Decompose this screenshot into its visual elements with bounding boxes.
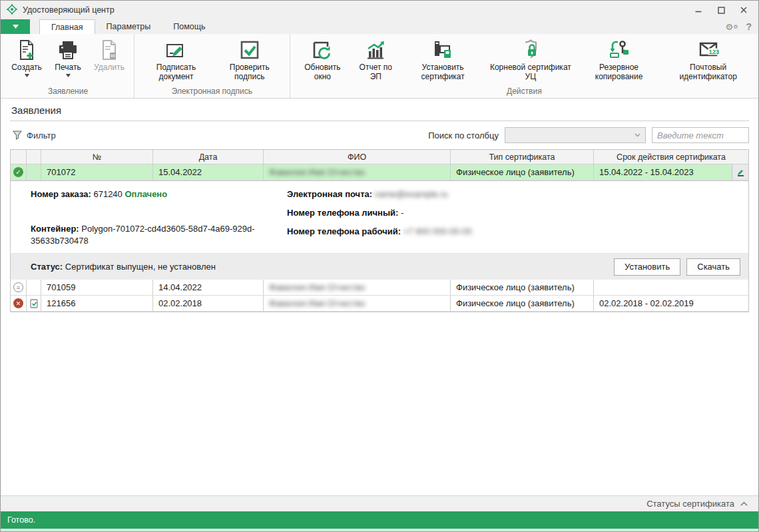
email-value: name@example.ru <box>375 189 448 199</box>
printer-icon <box>57 39 79 61</box>
row-cert-type: Физическое лицо (заявитель) <box>451 296 594 312</box>
status-line: Статус: Сертификат выпущен, не установле… <box>31 262 216 272</box>
dropdown-arrow-icon <box>25 74 29 77</box>
install-certificate-icon <box>432 39 453 61</box>
table-header-row: № Дата ФИО Тип сертификата Срок действия… <box>11 150 748 164</box>
search-column-select[interactable] <box>505 127 646 143</box>
header-cert-validity[interactable]: Срок действия сертификата <box>594 150 748 164</box>
header-status-icon-col[interactable] <box>11 150 27 164</box>
row-fio: Фамилия Имя Отчество <box>264 296 451 312</box>
tab-parametry[interactable]: Параметры <box>95 19 162 34</box>
settings-gears-icon[interactable]: ⚙⚙ <box>726 23 738 31</box>
document-delete-icon <box>99 39 120 61</box>
dropdown-arrow-icon <box>66 74 71 77</box>
ribbon-tab-bar: Главная Параметры Помощь ⚙⚙ ? <box>1 19 758 34</box>
header-number[interactable]: № <box>41 150 153 164</box>
delete-button[interactable]: Удалить <box>90 37 128 73</box>
maximize-icon <box>718 7 725 14</box>
sign-document-button[interactable]: Подписать документ <box>140 37 212 82</box>
minimize-icon <box>695 7 702 13</box>
table-row-121656[interactable]: ✕ 121656 02.02.2018 Фамилия Имя Отчество… <box>11 296 748 312</box>
details-right-column: Электронная почта: name@example.ru Номер… <box>274 188 742 253</box>
row-doc-cell <box>27 280 41 296</box>
row-date: 02.02.2018 <box>153 296 264 312</box>
row-cert-validity: 02.02.2018 - 02.02.2019 <box>594 296 748 312</box>
refresh-window-button[interactable]: Обновить окно <box>296 37 350 82</box>
document-add-icon <box>16 39 37 61</box>
certificate-statuses-panel-header[interactable]: Статусы сертификата <box>1 495 758 511</box>
help-icon[interactable]: ? <box>746 21 752 32</box>
chevron-down-icon <box>13 25 19 29</box>
order-number-label: Номер заказа: <box>31 189 91 199</box>
pencil-icon <box>736 168 745 176</box>
applications-table: № Дата ФИО Тип сертификата Срок действия… <box>10 149 749 181</box>
close-icon <box>740 7 747 13</box>
search-input[interactable] <box>652 127 749 143</box>
ribbon-group-label: Электронная подпись <box>140 85 284 97</box>
filter-label: Фильтр <box>27 131 56 140</box>
verify-signature-icon <box>239 39 260 61</box>
status-label: Статус: <box>31 262 63 272</box>
backup-button[interactable]: Резервное копирование <box>577 37 660 82</box>
app-window: Удостоверяющий центр Главная Параметры П… <box>0 0 759 532</box>
root-certificate-button[interactable]: Корневой сертификат УЦ <box>487 37 575 82</box>
maximize-button[interactable] <box>710 3 732 17</box>
row-cert-type: Физическое лицо (заявитель) <box>451 164 594 180</box>
order-number-value: 671240 <box>93 189 122 199</box>
app-icon <box>7 4 17 17</box>
header-cert-type[interactable]: Тип сертификата <box>451 150 594 164</box>
phone-personal-value: - <box>401 208 403 218</box>
ribbon-group-deystviya: Обновить окно Отчет по ЭП <box>290 34 758 98</box>
row-date: 15.04.2022 <box>153 164 264 180</box>
error-circle-icon: ✕ <box>13 298 23 308</box>
install-button[interactable]: Установить <box>614 258 680 276</box>
report-ep-button[interactable]: Отчет по ЭП <box>352 37 399 82</box>
row-cert-validity <box>594 280 748 296</box>
print-button[interactable]: Печать <box>49 37 87 78</box>
phone-work-label: Номер телефона рабочий: <box>287 226 401 236</box>
table-row-701072[interactable]: ✓ 701072 15.04.2022 Фамилия Имя Отчество… <box>11 164 748 180</box>
install-certificate-button[interactable]: Установить сертификат <box>401 37 483 82</box>
close-button[interactable] <box>733 3 754 17</box>
minimize-button[interactable] <box>688 3 709 17</box>
email-label: Электронная почта: <box>287 189 372 199</box>
check-circle-icon: ✓ <box>13 167 23 177</box>
table-row-701059[interactable]: ≡ 701059 14.04.2022 Фамилия Имя Отчество… <box>11 280 748 296</box>
verify-signature-button[interactable]: Проверить подпись <box>215 37 284 82</box>
row-number: 121656 <box>41 296 153 312</box>
row-cert-validity: 15.04.2022 - 15.04.2023 <box>594 164 748 180</box>
row-fio: Фамилия Имя Отчество <box>264 164 451 180</box>
certificate-statuses-label: Статусы сертификата <box>646 499 734 509</box>
email-line: Электронная почта: name@example.ru <box>287 188 742 200</box>
mail-identifier-button[interactable]: 123 Почтовый идентификатор <box>663 37 753 82</box>
phone-work-value: +7 900 000-00-00 <box>403 226 472 236</box>
row-doc-cell <box>27 164 41 180</box>
content-area: Заявления Фильтр Поиск по столбцу № <box>1 99 758 495</box>
header-doc-icon-col[interactable] <box>27 150 41 164</box>
header-date[interactable]: Дата <box>153 150 264 164</box>
document-check-icon <box>30 299 38 308</box>
filter-button[interactable]: Фильтр <box>10 129 59 142</box>
sign-document-icon <box>165 39 186 61</box>
status-value: Сертификат выпущен, не установлен <box>65 262 216 272</box>
phone-work-line: Номер телефона рабочий: +7 900 000-00-00 <box>287 226 742 238</box>
download-button[interactable]: Скачать <box>686 258 740 276</box>
header-fio[interactable]: ФИО <box>264 150 451 164</box>
tab-pomosch[interactable]: Помощь <box>162 19 216 34</box>
title-bar: Удостоверяющий центр <box>1 1 758 19</box>
tab-glavnaya[interactable]: Главная <box>39 19 95 34</box>
mail-id-icon: 123 <box>698 39 719 61</box>
refresh-window-icon <box>312 39 333 61</box>
row-status-cell: ✓ <box>11 164 27 180</box>
window-title: Удостоверяющий центр <box>23 5 115 15</box>
backup-icon <box>609 39 630 61</box>
create-button[interactable]: Создать <box>7 37 46 78</box>
search-zone: Поиск по столбцу <box>428 127 749 143</box>
edit-row-button[interactable] <box>732 164 748 180</box>
ribbon-group-label: Действия <box>296 85 753 97</box>
window-controls <box>688 3 754 17</box>
ribbon-group-label: Заявление <box>7 85 128 97</box>
phone-personal-line: Номер телефона личный: - <box>287 207 742 219</box>
page-title: Заявления <box>10 99 749 121</box>
app-menu-button[interactable] <box>1 19 30 34</box>
